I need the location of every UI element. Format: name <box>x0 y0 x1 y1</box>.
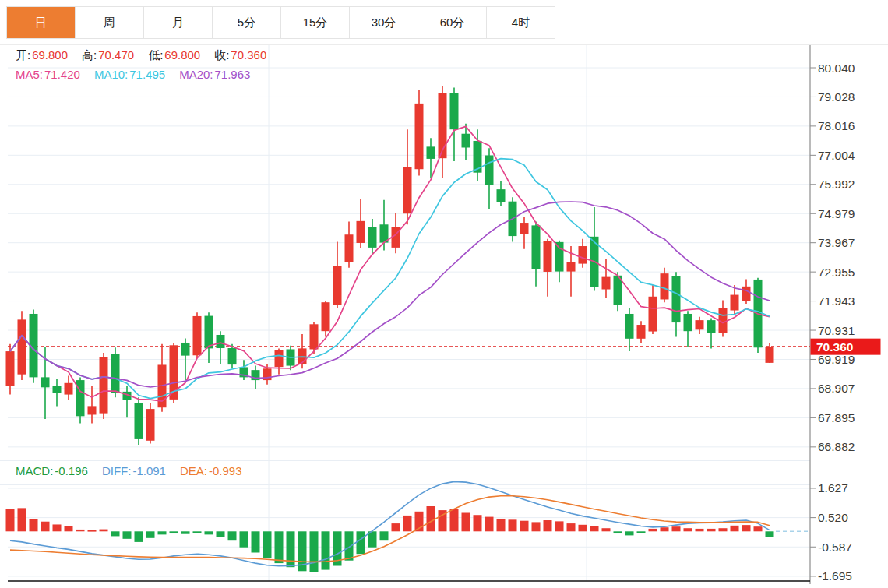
ohlc-value: 69.800 <box>164 48 200 62</box>
candle-body <box>602 277 611 290</box>
candle-body <box>696 320 704 329</box>
macd-bar <box>310 531 319 572</box>
ohlc-label: 收: <box>214 48 229 62</box>
macd-label: DIFF: <box>102 464 132 477</box>
ma5-line <box>10 126 770 401</box>
macd-bar <box>252 531 260 552</box>
macd-bar <box>520 521 529 532</box>
candle-body <box>661 273 669 299</box>
candle-body <box>766 347 774 363</box>
ma-value: 71.420 <box>44 68 80 81</box>
macd-legend: MACD:-0.196DIFF:-1.091DEA:-0.993 <box>16 464 256 477</box>
kline-macd-chart[interactable]: 80.04079.02878.01677.00475.99274.97973.9… <box>0 0 888 588</box>
ohlc-item: 低:69.800 <box>148 48 200 62</box>
timeframe-tab-month[interactable]: 月 <box>144 7 213 38</box>
ohlc-item: 高:70.470 <box>82 48 134 62</box>
timeframe-tab-week[interactable]: 周 <box>76 7 144 38</box>
timeframe-tab-15min[interactable]: 15分 <box>281 7 350 38</box>
timeframe-tab-30min[interactable]: 30分 <box>350 7 418 38</box>
macd-bar <box>18 508 26 531</box>
ma-item: MA5:71.420 <box>16 68 80 81</box>
timeframe-tab-4hour[interactable]: 4时 <box>487 7 555 38</box>
ohlc-label: 开: <box>16 48 30 62</box>
macd-bar <box>661 527 669 531</box>
macd-bar <box>193 531 202 533</box>
macd-bar <box>392 523 400 531</box>
ohlc-value: 69.800 <box>32 48 68 62</box>
candle-body <box>65 383 73 395</box>
macd-bar <box>590 526 599 532</box>
macd-bar <box>555 521 564 531</box>
macd-bar <box>88 530 97 532</box>
macd-bar <box>6 509 15 531</box>
macd-bar <box>707 529 716 531</box>
macd-bar <box>614 531 622 533</box>
candle-body <box>181 343 190 356</box>
macd-bar <box>158 531 167 534</box>
ma10-line <box>10 159 770 399</box>
macd-item: DIFF:-1.091 <box>102 464 166 477</box>
macd-bar <box>731 526 739 531</box>
main-axis-label: 79.028 <box>818 90 855 104</box>
candle-body <box>193 316 202 355</box>
macd-bar <box>474 515 482 531</box>
macd-bar <box>719 528 728 531</box>
macd-axis-label: 1.627 <box>818 481 848 495</box>
candle-body <box>146 409 155 441</box>
macd-label: DEA: <box>180 464 207 477</box>
macd-axis-label: -0.587 <box>818 540 852 554</box>
macd-bar <box>544 520 552 531</box>
macd-bar <box>625 531 634 535</box>
macd-bar <box>111 531 120 536</box>
macd-item: MACD:-0.196 <box>16 464 88 477</box>
macd-bar <box>754 526 763 531</box>
macd-bar <box>567 523 576 531</box>
timeframe-tab-5min[interactable]: 5分 <box>213 7 281 38</box>
macd-bar <box>742 525 751 531</box>
macd-bar <box>450 509 459 531</box>
macd-bar <box>76 530 85 531</box>
main-axis-label: 77.004 <box>818 149 855 162</box>
candle-body <box>707 320 716 333</box>
candle-body <box>462 134 470 148</box>
macd-bar <box>403 516 412 531</box>
candle-body <box>427 146 435 159</box>
candle-body <box>684 314 692 331</box>
candle-body <box>345 234 354 262</box>
macd-bar <box>217 531 225 537</box>
ma-value: 71.495 <box>129 68 165 81</box>
candle-body <box>403 167 412 213</box>
macd-bar <box>135 531 143 542</box>
candle-body <box>111 354 120 393</box>
macd-bar <box>637 531 646 533</box>
macd-bar <box>263 531 272 558</box>
main-axis-label: 70.931 <box>818 324 855 337</box>
timeframe-tab-60min[interactable]: 60分 <box>418 7 487 38</box>
main-axis-label: 78.016 <box>818 119 855 132</box>
candle-body <box>567 262 576 272</box>
main-axis-label: 80.040 <box>818 62 855 75</box>
current-price-tag-label: 70.360 <box>816 340 853 354</box>
main-axis-label: 74.979 <box>818 207 855 220</box>
macd-bar <box>65 526 73 532</box>
macd-bar <box>123 531 132 539</box>
macd-item: DEA:-0.993 <box>180 464 242 477</box>
macd-bar <box>509 519 517 531</box>
macd-bar <box>181 531 190 533</box>
candle-body <box>100 357 108 413</box>
candle-body <box>205 316 213 349</box>
macd-bar <box>649 529 657 531</box>
macd-bar <box>532 522 541 531</box>
main-axis-label: 71.943 <box>818 294 855 308</box>
main-axis-label: 73.967 <box>818 236 855 249</box>
ohlc-label: 高: <box>82 48 97 62</box>
timeframe-tab-day[interactable]: 日 <box>7 7 76 38</box>
macd-bar <box>579 525 587 532</box>
macd-bar <box>41 522 50 532</box>
candle-body <box>579 246 587 264</box>
main-axis-label: 67.895 <box>818 411 855 424</box>
candle-body <box>368 227 377 248</box>
main-axis-label: 75.992 <box>818 178 855 191</box>
candle-body <box>275 350 284 367</box>
macd-value: -1.091 <box>132 464 166 477</box>
